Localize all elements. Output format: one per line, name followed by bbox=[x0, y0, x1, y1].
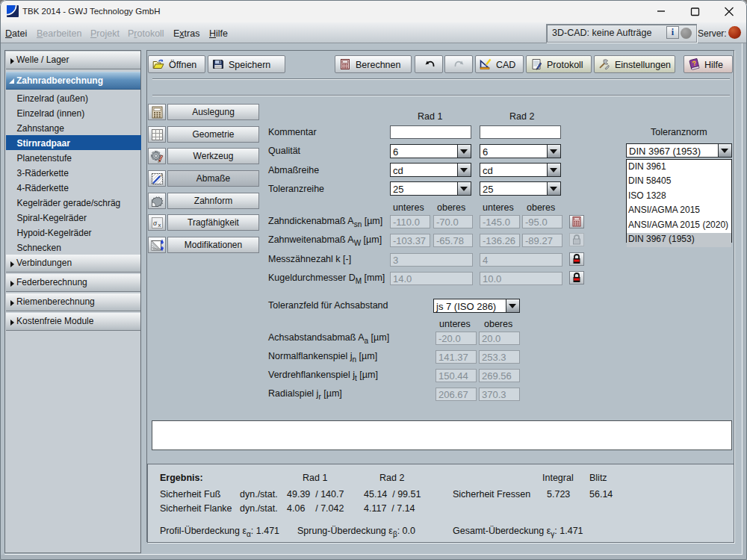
svg-text:x: x bbox=[158, 222, 161, 228]
